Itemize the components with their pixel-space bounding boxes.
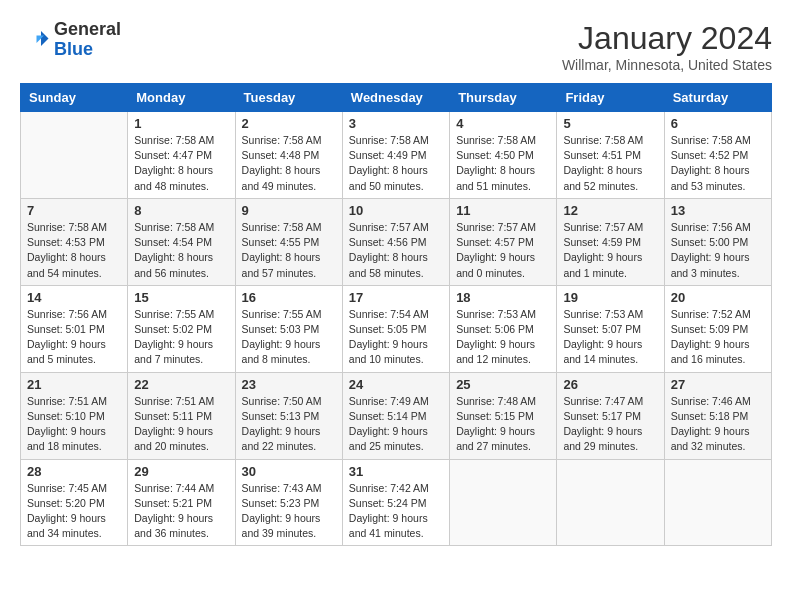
day-number: 27 [671,377,765,392]
day-info: Sunrise: 7:56 AMSunset: 5:00 PMDaylight:… [671,220,765,281]
day-info: Sunrise: 7:55 AMSunset: 5:02 PMDaylight:… [134,307,228,368]
day-of-week-header: Wednesday [342,84,449,112]
day-number: 7 [27,203,121,218]
day-number: 12 [563,203,657,218]
day-number: 17 [349,290,443,305]
day-number: 4 [456,116,550,131]
calendar-cell: 21Sunrise: 7:51 AMSunset: 5:10 PMDayligh… [21,372,128,459]
day-number: 26 [563,377,657,392]
day-info: Sunrise: 7:58 AMSunset: 4:51 PMDaylight:… [563,133,657,194]
calendar-cell: 23Sunrise: 7:50 AMSunset: 5:13 PMDayligh… [235,372,342,459]
logo-icon [20,25,50,55]
day-number: 9 [242,203,336,218]
day-number: 30 [242,464,336,479]
day-info: Sunrise: 7:58 AMSunset: 4:55 PMDaylight:… [242,220,336,281]
day-info: Sunrise: 7:51 AMSunset: 5:10 PMDaylight:… [27,394,121,455]
day-info: Sunrise: 7:51 AMSunset: 5:11 PMDaylight:… [134,394,228,455]
day-number: 13 [671,203,765,218]
calendar-cell: 1Sunrise: 7:58 AMSunset: 4:47 PMDaylight… [128,112,235,199]
day-of-week-header: Friday [557,84,664,112]
day-info: Sunrise: 7:58 AMSunset: 4:47 PMDaylight:… [134,133,228,194]
day-info: Sunrise: 7:54 AMSunset: 5:05 PMDaylight:… [349,307,443,368]
calendar-cell: 28Sunrise: 7:45 AMSunset: 5:20 PMDayligh… [21,459,128,546]
calendar-cell: 5Sunrise: 7:58 AMSunset: 4:51 PMDaylight… [557,112,664,199]
day-number: 22 [134,377,228,392]
calendar-cell: 17Sunrise: 7:54 AMSunset: 5:05 PMDayligh… [342,285,449,372]
calendar-cell: 8Sunrise: 7:58 AMSunset: 4:54 PMDaylight… [128,198,235,285]
calendar-cell: 7Sunrise: 7:58 AMSunset: 4:53 PMDaylight… [21,198,128,285]
calendar-week-row: 1Sunrise: 7:58 AMSunset: 4:47 PMDaylight… [21,112,772,199]
calendar-cell: 22Sunrise: 7:51 AMSunset: 5:11 PMDayligh… [128,372,235,459]
calendar-cell: 9Sunrise: 7:58 AMSunset: 4:55 PMDaylight… [235,198,342,285]
day-info: Sunrise: 7:57 AMSunset: 4:57 PMDaylight:… [456,220,550,281]
calendar-table: SundayMondayTuesdayWednesdayThursdayFrid… [20,83,772,546]
calendar-cell: 20Sunrise: 7:52 AMSunset: 5:09 PMDayligh… [664,285,771,372]
day-number: 16 [242,290,336,305]
day-number: 10 [349,203,443,218]
day-number: 14 [27,290,121,305]
calendar-cell: 3Sunrise: 7:58 AMSunset: 4:49 PMDaylight… [342,112,449,199]
day-info: Sunrise: 7:53 AMSunset: 5:07 PMDaylight:… [563,307,657,368]
main-title: January 2024 [562,20,772,57]
calendar-cell: 26Sunrise: 7:47 AMSunset: 5:17 PMDayligh… [557,372,664,459]
day-number: 21 [27,377,121,392]
calendar-cell: 12Sunrise: 7:57 AMSunset: 4:59 PMDayligh… [557,198,664,285]
day-info: Sunrise: 7:46 AMSunset: 5:18 PMDaylight:… [671,394,765,455]
day-info: Sunrise: 7:57 AMSunset: 4:56 PMDaylight:… [349,220,443,281]
subtitle: Willmar, Minnesota, United States [562,57,772,73]
day-info: Sunrise: 7:48 AMSunset: 5:15 PMDaylight:… [456,394,550,455]
calendar-cell: 16Sunrise: 7:55 AMSunset: 5:03 PMDayligh… [235,285,342,372]
calendar-body: 1Sunrise: 7:58 AMSunset: 4:47 PMDaylight… [21,112,772,546]
calendar-cell: 13Sunrise: 7:56 AMSunset: 5:00 PMDayligh… [664,198,771,285]
calendar-cell: 4Sunrise: 7:58 AMSunset: 4:50 PMDaylight… [450,112,557,199]
calendar-cell [557,459,664,546]
day-info: Sunrise: 7:47 AMSunset: 5:17 PMDaylight:… [563,394,657,455]
calendar-cell: 15Sunrise: 7:55 AMSunset: 5:02 PMDayligh… [128,285,235,372]
calendar-cell: 31Sunrise: 7:42 AMSunset: 5:24 PMDayligh… [342,459,449,546]
logo: General Blue [20,20,121,60]
day-number: 2 [242,116,336,131]
calendar-cell: 19Sunrise: 7:53 AMSunset: 5:07 PMDayligh… [557,285,664,372]
day-info: Sunrise: 7:58 AMSunset: 4:53 PMDaylight:… [27,220,121,281]
calendar-header-row: SundayMondayTuesdayWednesdayThursdayFrid… [21,84,772,112]
calendar-cell: 27Sunrise: 7:46 AMSunset: 5:18 PMDayligh… [664,372,771,459]
day-info: Sunrise: 7:44 AMSunset: 5:21 PMDaylight:… [134,481,228,542]
day-info: Sunrise: 7:42 AMSunset: 5:24 PMDaylight:… [349,481,443,542]
day-number: 23 [242,377,336,392]
calendar-cell: 10Sunrise: 7:57 AMSunset: 4:56 PMDayligh… [342,198,449,285]
calendar-cell: 11Sunrise: 7:57 AMSunset: 4:57 PMDayligh… [450,198,557,285]
calendar-week-row: 21Sunrise: 7:51 AMSunset: 5:10 PMDayligh… [21,372,772,459]
day-info: Sunrise: 7:43 AMSunset: 5:23 PMDaylight:… [242,481,336,542]
calendar-week-row: 28Sunrise: 7:45 AMSunset: 5:20 PMDayligh… [21,459,772,546]
day-info: Sunrise: 7:49 AMSunset: 5:14 PMDaylight:… [349,394,443,455]
calendar-cell: 25Sunrise: 7:48 AMSunset: 5:15 PMDayligh… [450,372,557,459]
day-number: 31 [349,464,443,479]
day-number: 15 [134,290,228,305]
day-info: Sunrise: 7:55 AMSunset: 5:03 PMDaylight:… [242,307,336,368]
day-of-week-header: Sunday [21,84,128,112]
day-info: Sunrise: 7:53 AMSunset: 5:06 PMDaylight:… [456,307,550,368]
calendar-cell: 29Sunrise: 7:44 AMSunset: 5:21 PMDayligh… [128,459,235,546]
calendar-cell [450,459,557,546]
page-header: General Blue January 2024 Willmar, Minne… [20,20,772,73]
day-number: 8 [134,203,228,218]
day-number: 20 [671,290,765,305]
day-number: 5 [563,116,657,131]
day-number: 6 [671,116,765,131]
day-number: 24 [349,377,443,392]
calendar-cell [664,459,771,546]
day-info: Sunrise: 7:58 AMSunset: 4:54 PMDaylight:… [134,220,228,281]
day-number: 19 [563,290,657,305]
day-info: Sunrise: 7:50 AMSunset: 5:13 PMDaylight:… [242,394,336,455]
day-info: Sunrise: 7:58 AMSunset: 4:50 PMDaylight:… [456,133,550,194]
day-info: Sunrise: 7:57 AMSunset: 4:59 PMDaylight:… [563,220,657,281]
day-of-week-header: Thursday [450,84,557,112]
logo-text: General Blue [54,20,121,60]
day-info: Sunrise: 7:58 AMSunset: 4:52 PMDaylight:… [671,133,765,194]
calendar-cell: 14Sunrise: 7:56 AMSunset: 5:01 PMDayligh… [21,285,128,372]
day-of-week-header: Tuesday [235,84,342,112]
calendar-week-row: 14Sunrise: 7:56 AMSunset: 5:01 PMDayligh… [21,285,772,372]
day-of-week-header: Saturday [664,84,771,112]
calendar-cell: 18Sunrise: 7:53 AMSunset: 5:06 PMDayligh… [450,285,557,372]
calendar-week-row: 7Sunrise: 7:58 AMSunset: 4:53 PMDaylight… [21,198,772,285]
